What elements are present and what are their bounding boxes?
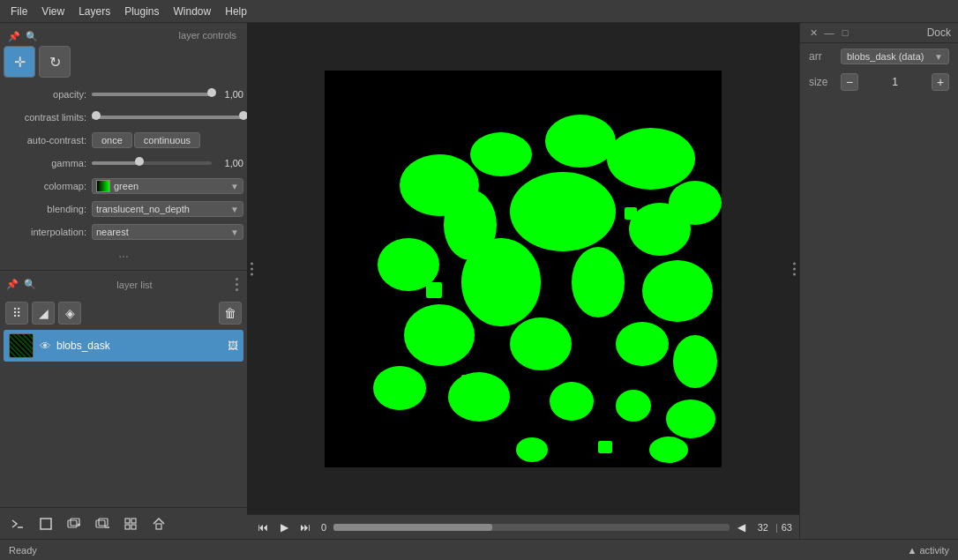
svg-point-28 xyxy=(510,317,572,370)
layer-list-header: 📌 🔍 layer list xyxy=(0,271,247,298)
menu-view[interactable]: View xyxy=(34,4,71,19)
grid-btn[interactable] xyxy=(118,511,143,536)
labels-tool-btn[interactable]: ◈ xyxy=(58,302,81,325)
svg-rect-2 xyxy=(68,520,77,527)
continuous-btn[interactable]: continuous xyxy=(134,132,200,148)
timeline-scrubber[interactable] xyxy=(333,524,730,531)
dock-close-btn[interactable]: ✕ xyxy=(807,26,820,39)
canvas-area: ⏮ ▶ ⏭ 0 ◀ 32 | 63 xyxy=(247,23,799,539)
layer-list-pin-icon[interactable]: 📌 xyxy=(5,278,19,292)
svg-rect-36 xyxy=(426,282,442,298)
svg-point-33 xyxy=(550,382,594,421)
menu-plugins[interactable]: Plugins xyxy=(117,4,166,19)
move-tool-btn[interactable]: ✛ xyxy=(4,46,35,78)
terminal-btn[interactable] xyxy=(5,511,30,536)
colormap-swatch xyxy=(96,180,110,192)
window-btn[interactable] xyxy=(34,511,58,536)
contrast-label: contrast limits: xyxy=(4,112,92,123)
right-dock: ✕ — □ Dock arr blobs_dask (data) ▼ size … xyxy=(799,23,958,539)
search-icon[interactable]: 🔍 xyxy=(25,29,39,43)
svg-rect-37 xyxy=(625,207,637,220)
points-tool-btn[interactable]: ⠿ xyxy=(5,302,28,325)
status-bar: Ready ▲ activity xyxy=(0,539,958,560)
layer-name: blobs_dask xyxy=(56,340,224,352)
frame-prev-btn[interactable]: ◀ xyxy=(733,519,751,536)
svg-point-41 xyxy=(516,437,548,462)
svg-point-26 xyxy=(642,260,713,322)
frame-display: 32 xyxy=(754,522,772,533)
layer-list-title: layer list xyxy=(116,280,152,290)
once-btn[interactable]: once xyxy=(92,132,132,148)
svg-point-25 xyxy=(572,247,625,317)
ready-status: Ready xyxy=(9,545,37,556)
remove-layer-btn[interactable] xyxy=(90,511,115,536)
colormap-arrow-icon: ▼ xyxy=(230,182,239,191)
opacity-label: opacity: xyxy=(4,89,92,100)
gamma-label: gamma: xyxy=(4,158,92,168)
menu-layers[interactable]: Layers xyxy=(71,4,117,19)
layer-toolbar: ⠿ ◢ ◈ 🗑 xyxy=(0,298,247,328)
interpolation-value: nearest xyxy=(96,227,129,237)
activity-toggle[interactable]: ▲ activity xyxy=(907,545,949,556)
layer-type-icon: 🖼 xyxy=(228,340,238,352)
auto-contrast-label: auto-contrast: xyxy=(4,135,92,146)
blending-arrow-icon: ▼ xyxy=(230,205,239,214)
dock-minimize-btn[interactable]: — xyxy=(823,26,835,39)
timeline-fill xyxy=(333,524,491,531)
play-btn[interactable]: ▶ xyxy=(275,519,293,536)
home-btn[interactable] xyxy=(146,511,171,536)
size-label: size xyxy=(809,76,835,88)
dock-title: Dock xyxy=(927,26,951,39)
current-frame: 0 xyxy=(318,522,330,533)
colormap-selector[interactable]: green ▼ xyxy=(92,178,243,194)
layer-thumbnail xyxy=(9,333,34,358)
image-canvas[interactable] xyxy=(325,71,722,467)
gamma-slider[interactable] xyxy=(92,160,212,167)
arr-value: blobs_dask (data) xyxy=(847,51,924,62)
blending-select[interactable]: translucent_no_depth ▼ xyxy=(92,201,243,217)
rotate-tool-btn[interactable]: ↻ xyxy=(39,46,71,78)
dock-controls: ✕ — □ xyxy=(807,26,851,39)
canvas-right-dots[interactable] xyxy=(793,262,796,275)
activity-arrow-icon: ▲ xyxy=(907,545,917,556)
size-increment-btn[interactable]: + xyxy=(932,73,949,91)
menubar: File View Layers Plugins Window Help xyxy=(0,0,958,23)
menu-window[interactable]: Window xyxy=(167,4,219,19)
left-panel: 📌 🔍 layer controls ✛ ↻ opacity: 1,00 xyxy=(0,23,247,539)
svg-rect-1 xyxy=(41,519,51,529)
arr-dropdown[interactable]: blobs_dask (data) ▼ xyxy=(841,49,949,64)
svg-rect-40 xyxy=(598,441,612,453)
svg-point-42 xyxy=(649,437,688,463)
blobs-visualization xyxy=(325,71,722,467)
add-layer-btn[interactable] xyxy=(62,511,86,536)
svg-point-16 xyxy=(470,132,532,176)
dock-expand-btn[interactable]: □ xyxy=(839,26,851,39)
delete-layer-btn[interactable]: 🗑 xyxy=(219,302,242,325)
bottom-toolbar xyxy=(0,507,247,539)
layer-controls-title: layer controls xyxy=(179,28,240,44)
size-decrement-btn[interactable]: − xyxy=(841,73,858,91)
layer-list-options[interactable] xyxy=(232,274,242,295)
canvas-viewport[interactable] xyxy=(247,23,799,514)
menu-help[interactable]: Help xyxy=(218,4,254,19)
contrast-slider[interactable] xyxy=(92,114,243,121)
pin-icon[interactable]: 📌 xyxy=(7,29,21,43)
colormap-label: colormap: xyxy=(4,181,92,191)
menu-file[interactable]: File xyxy=(4,4,34,19)
opacity-slider[interactable] xyxy=(92,91,212,98)
expand-dots[interactable]: ··· xyxy=(4,245,243,266)
frame-end-btn[interactable]: ⏭ xyxy=(296,519,314,536)
auto-contrast-group: once continuous xyxy=(92,132,200,148)
svg-point-18 xyxy=(607,128,695,190)
interpolation-select[interactable]: nearest ▼ xyxy=(92,224,243,240)
opacity-value: 1,00 xyxy=(212,89,243,100)
frame-start-btn[interactable]: ⏮ xyxy=(254,519,272,536)
layer-list-search-icon[interactable]: 🔍 xyxy=(23,278,37,292)
canvas-left-dots[interactable] xyxy=(251,262,253,275)
svg-rect-11 xyxy=(125,525,130,529)
shapes-tool-btn[interactable]: ◢ xyxy=(32,302,55,325)
layer-item[interactable]: 👁 blobs_dask 🖼 xyxy=(4,330,243,362)
visibility-toggle[interactable]: 👁 xyxy=(37,338,53,354)
svg-point-22 xyxy=(629,203,691,256)
svg-point-21 xyxy=(510,172,616,251)
